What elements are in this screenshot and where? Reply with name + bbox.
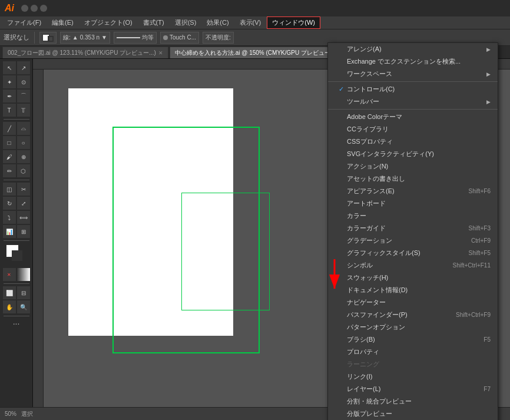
tool-select[interactable]: ↖	[3, 61, 16, 74]
menu-select[interactable]: 選択(S)	[170, 17, 201, 28]
tool-pencil[interactable]: ✏	[3, 164, 16, 177]
tool-scale[interactable]: ⤢	[17, 197, 30, 210]
tool-more[interactable]: ···	[4, 319, 29, 328]
tool-pen[interactable]: ✒	[3, 90, 16, 102]
fill-stroke-widget[interactable]	[39, 32, 57, 44]
menu-view[interactable]: 表示(V)	[235, 17, 266, 28]
dd-item-colorguide[interactable]: カラーガイド Shift+F3	[328, 222, 498, 234]
dd-item-graphicstyle[interactable]: グラフィックスタイル(S) Shift+F5	[328, 247, 498, 259]
dd-label-exchange: Exchange でエクステンションを検索...	[347, 57, 461, 66]
dd-label-svginteract: SVGインタラクティビティ(Y)	[347, 150, 434, 158]
tool-rect[interactable]: □	[3, 136, 16, 149]
tool-paintbrush[interactable]: 🖌	[3, 150, 16, 163]
opacity-widget[interactable]: 不透明度:	[203, 32, 234, 44]
dd-item-pathfinder[interactable]: パスファインダー(P) Shift+Ctrl+F9	[328, 309, 498, 321]
dd-item-seppreview2[interactable]: 分版プレビュー	[328, 408, 498, 420]
dd-item-links[interactable]: リンク(I)	[328, 371, 498, 383]
tool-graph[interactable]: 📊	[3, 225, 16, 238]
menu-effect[interactable]: 効果(C)	[202, 17, 233, 28]
tool-magic-wand[interactable]: ✦	[3, 75, 16, 88]
dd-item-docinfo[interactable]: ドキュメント情報(D)	[328, 284, 498, 296]
dd-item-assetexport[interactable]: アセットの書き出し	[328, 173, 498, 185]
tab-0[interactable]: 002_フロー図.ai @ 123.11% (CMYK/GPU プレビュー...…	[2, 47, 168, 58]
dd-item-toolbar[interactable]: ツールバー ▶	[328, 95, 498, 108]
dd-item-workspace[interactable]: ワークスペース ▶	[328, 68, 498, 80]
dd-item-exchange[interactable]: Exchange でエクステンションを検索...	[328, 55, 498, 68]
menu-object[interactable]: オブジェクト(O)	[80, 17, 137, 28]
dd-sep-2	[328, 109, 498, 110]
dd-item-seppreview[interactable]: 分割・統合プレビュー	[328, 395, 498, 408]
tool-lasso[interactable]: ⊙	[17, 75, 30, 88]
menu-edit[interactable]: 編集(E)	[47, 17, 78, 28]
tool-direct-select[interactable]: ↗	[17, 61, 30, 74]
tool-blob[interactable]: ⊕	[17, 150, 30, 163]
dd-item-properties[interactable]: プロパティ	[328, 346, 498, 358]
dd-item-color[interactable]: カラー	[328, 210, 498, 222]
dd-label-gradient: グラデーション	[347, 236, 392, 245]
tool-line[interactable]: ╱	[3, 122, 16, 135]
dd-item-control[interactable]: ✓ コントロール(C)	[328, 83, 498, 95]
menu-type[interactable]: 書式(T)	[138, 17, 169, 28]
dd-item-layers[interactable]: レイヤー(L) F7	[328, 383, 498, 395]
menu-window[interactable]: ウィンドウ(W)	[267, 16, 320, 29]
dd-item-learning[interactable]: ラーニング	[328, 358, 498, 371]
stroke-label: 線:	[63, 34, 71, 42]
win-close[interactable]	[40, 5, 47, 12]
tool-type[interactable]: T	[3, 104, 16, 117]
dd-item-artboard[interactable]: アートボード	[328, 197, 498, 210]
tool-gradient[interactable]	[17, 268, 30, 281]
menu-file[interactable]: ファイル(F)	[2, 17, 46, 28]
tool-row-12: 📊 ⊞	[3, 225, 30, 238]
dd-item-navigator[interactable]: ナビゲーター	[328, 296, 498, 309]
win-minimize[interactable]	[21, 5, 28, 12]
tool-scissor[interactable]: ✂	[17, 183, 30, 196]
stroke-down-arrow[interactable]: ▼	[101, 34, 107, 41]
window-dropdown-menu[interactable]: アレンジ(A) ▶ Exchange でエクステンションを検索... ワークスペ…	[327, 42, 498, 420]
dd-item-actions[interactable]: アクション(N)	[328, 160, 498, 173]
dd-item-cssprop[interactable]: CSSプロパティ	[328, 135, 498, 148]
dd-item-adobecolor[interactable]: Adobe Colorテーマ	[328, 111, 498, 123]
tool-curvature[interactable]: ⌒	[17, 90, 30, 102]
line-widget[interactable]: 均等	[114, 32, 157, 44]
tool-shaper[interactable]: ⬡	[17, 164, 30, 177]
dd-shortcut-graphicstyle: Shift+F5	[468, 250, 491, 256]
tool-ellipse[interactable]: ○	[17, 136, 30, 149]
tool-mesh[interactable]: ⊞	[17, 225, 30, 238]
tool-slice[interactable]: ⊟	[17, 286, 30, 299]
tab-0-close[interactable]: ✕	[158, 50, 163, 56]
tool-touch-type[interactable]: 𝕋	[17, 104, 30, 117]
dd-item-appearance[interactable]: アピアランス(E) Shift+F6	[328, 185, 498, 197]
dd-label-graphicstyle: グラフィックスタイル(S)	[347, 249, 420, 257]
stroke-up-arrow[interactable]: ▲	[72, 34, 78, 41]
tab-1[interactable]: 中心締めを入れる方法.ai @ 150% (CMYK/GPU プレビュー...)…	[170, 47, 350, 58]
tool-zoom[interactable]: 🔍	[17, 300, 30, 313]
tool-none[interactable]: ✕	[3, 268, 16, 281]
tool-arc[interactable]: ⌓	[17, 122, 30, 135]
opacity-label: 不透明度:	[206, 34, 231, 42]
dd-item-symbol[interactable]: シンボル Shift+Ctrl+F11	[328, 259, 498, 272]
stroke-width-widget[interactable]: 線: ▲ 0.353 n ▼	[60, 32, 110, 44]
tool-rotate[interactable]: ↻	[3, 197, 16, 210]
tool-width[interactable]: ⟺	[17, 211, 30, 224]
dd-item-patternoptions[interactable]: パターンオプション	[328, 321, 498, 333]
tool-eraser[interactable]: ◫	[3, 183, 16, 196]
tool-artboard[interactable]: ⬜	[3, 286, 16, 299]
dd-item-swatch[interactable]: スウォッチ(H)	[328, 272, 498, 284]
tool-warp[interactable]: ⤵	[3, 211, 16, 224]
tool-row-15: ✋ 🔍	[3, 300, 30, 313]
tool-hand[interactable]: ✋	[3, 300, 16, 313]
dd-item-arrange[interactable]: アレンジ(A) ▶	[328, 43, 498, 55]
zoom-level: 50%	[5, 411, 16, 417]
dd-label-docinfo: ドキュメント情報(D)	[347, 286, 408, 295]
touch-widget[interactable]: Touch C...	[160, 32, 199, 44]
dd-item-gradient[interactable]: グラデーション Ctrl+F9	[328, 234, 498, 247]
tool-row-13: ✕	[3, 268, 30, 281]
title-bar: Ai	[0, 0, 510, 16]
dd-item-cclibrary[interactable]: CCライブラリ	[328, 123, 498, 135]
dd-item-brushes[interactable]: ブラシ(B) F5	[328, 333, 498, 346]
fill-stroke-box[interactable]	[6, 244, 27, 266]
dd-item-svginteract[interactable]: SVGインタラクティビティ(Y)	[328, 148, 498, 160]
dd-label-appearance: アピアランス(E)	[347, 187, 395, 196]
win-maximize[interactable]	[31, 5, 38, 12]
dd-sep-1	[328, 81, 498, 82]
